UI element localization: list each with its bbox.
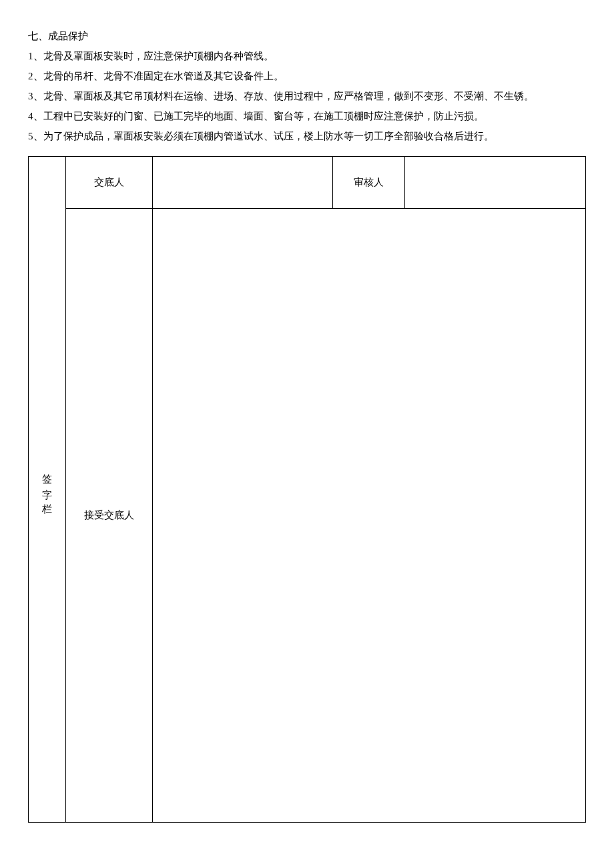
list-item: 1、龙骨及罩面板安装时，应注意保护顶棚内各种管线。 [28,48,586,64]
signature-table: 签字栏 交底人 审核人 接受交底人 [28,156,586,823]
list-item: 3、龙骨、罩面板及其它吊顶材料在运输、进场、存放、使用过程中，应严格管理，做到不… [28,88,586,104]
list-item: 2、龙骨的吊杆、龙骨不准固定在水管道及其它设备件上。 [28,68,586,84]
list-item: 5、为了保护成品，罩面板安装必须在顶棚内管道试水、试压，楼上防水等一切工序全部验… [28,128,586,144]
side-label: 签字栏 [41,466,53,510]
presenter-label: 交底人 [66,157,153,209]
reviewer-label: 审核人 [333,157,405,209]
section-title: 七、成品保护 [28,28,586,44]
presenter-value [153,157,333,209]
receiver-label: 接受交底人 [66,209,153,823]
reviewer-value [405,157,586,209]
side-label-cell: 签字栏 [29,157,66,823]
list-item: 4、工程中已安装好的门窗、已施工完毕的地面、墙面、窗台等，在施工顶棚时应注意保护… [28,108,586,124]
receiver-value [153,209,586,823]
